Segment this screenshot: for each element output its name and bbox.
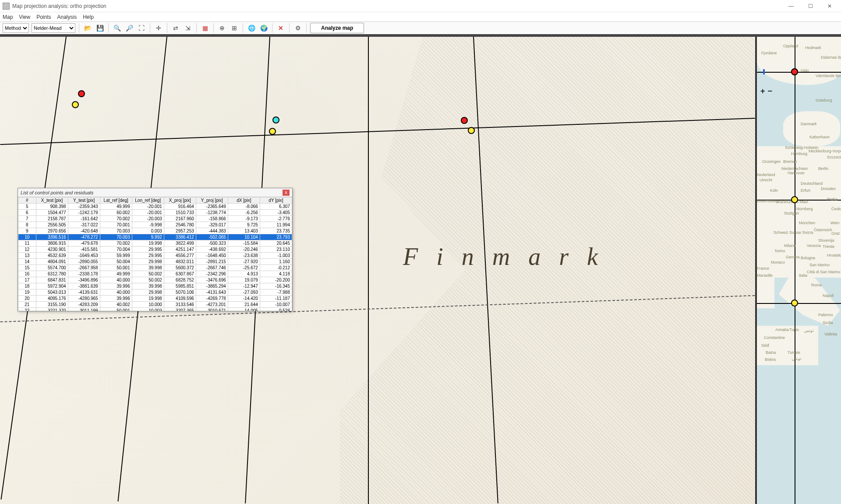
method-select[interactable]: Method M7: [3, 23, 29, 33]
window-maximise-button[interactable]: ☐: [802, 1, 819, 11]
ref-map-label: Nederland: [757, 173, 775, 177]
ref-map-label: Roma: [811, 283, 822, 287]
control-point-cyan[interactable]: [272, 116, 279, 123]
zoom-in-icon[interactable]: 🔍: [112, 23, 122, 33]
ref-map-label: Wien: [830, 221, 840, 225]
table-header[interactable]: dY [pix]: [260, 197, 292, 204]
globe-grid-icon[interactable]: 🌍: [259, 23, 269, 33]
table-icon[interactable]: ▦: [200, 23, 210, 33]
table-cell: -502.065: [196, 234, 228, 240]
table-header[interactable]: #: [18, 197, 36, 204]
link-point-icon[interactable]: ⊕: [217, 23, 227, 33]
table-cell: 4532.639: [36, 253, 68, 259]
menu-points[interactable]: Points: [36, 14, 51, 20]
table-row[interactable]: 103396.516-478.27270.0039.9923386.412-50…: [18, 234, 292, 240]
menu-map[interactable]: Map: [3, 14, 13, 20]
delete-icon[interactable]: ✕: [276, 23, 286, 33]
ref-control-point-yellow[interactable]: [791, 300, 798, 307]
table-row[interactable]: 204095.176-4280.96539.99619.9984109.596-…: [18, 296, 292, 302]
table-cell: 9.992: [132, 234, 164, 240]
analyze-map-button[interactable]: Analyze map: [310, 23, 364, 33]
table-cell: -1648.450: [196, 253, 228, 259]
table-header[interactable]: X_test [pix]: [36, 197, 68, 204]
table-cell: 5043.013: [36, 289, 68, 296]
toolbar-separator: [243, 23, 243, 33]
table-row[interactable]: 124230.901-415.58170.00429.9954251.147-4…: [18, 247, 292, 253]
table-cell: 23.110: [260, 247, 292, 253]
table-header[interactable]: Lat_ref [deg]: [100, 197, 132, 204]
table-row[interactable]: 72158.787-161.64270.002-20.0032167.960-1…: [18, 216, 292, 222]
menu-analysis[interactable]: Analysis: [57, 14, 77, 20]
table-row[interactable]: 61504.477-1242.17960.002-20.0011510.733-…: [18, 210, 292, 216]
save-icon[interactable]: 💾: [95, 23, 105, 33]
window-close-button[interactable]: ✕: [821, 1, 838, 11]
menu-help[interactable]: Help: [83, 14, 94, 20]
zoom-fit-icon[interactable]: ⛶: [137, 23, 146, 33]
table-row[interactable]: 92970.656-420.64870.0030.0032957.253-444…: [18, 228, 292, 234]
table-row[interactable]: 134532.639-1649.45359.99929.9954556.277-…: [18, 253, 292, 259]
table-cell: 13: [18, 253, 36, 259]
ref-map-label: Milano: [784, 243, 796, 248]
table-cell: -438.692: [196, 247, 228, 253]
menu-view[interactable]: View: [19, 14, 30, 20]
move-point-icon[interactable]: ⇄: [171, 23, 180, 33]
window-minimise-button[interactable]: —: [782, 1, 800, 11]
ref-map-label: France: [757, 266, 769, 271]
table-cell: 50.004: [100, 259, 132, 265]
grid-icon[interactable]: ⊞: [230, 23, 239, 33]
toolbar: Method M7 Nelder-Mead 📂 💾 🔍 🔎 ⛶ ✛ ⇄ ⇲ ▦ …: [0, 22, 841, 37]
table-row[interactable]: 82556.505-317.02270.001-9.9982546.780-32…: [18, 222, 292, 228]
control-point-yellow[interactable]: [72, 101, 79, 108]
opacity-slider-handle[interactable]: [763, 69, 765, 74]
ref-map-label: Marseille: [757, 273, 773, 278]
table-row[interactable]: 185972.904-3881.63939.99639.9985985.851-…: [18, 283, 292, 289]
table-row[interactable]: 223221.370-3011.19950.00110.0033207.365-…: [18, 308, 292, 311]
algorithm-select[interactable]: Nelder-Mead: [32, 23, 75, 33]
table-header[interactable]: X_proj [pix]: [164, 197, 196, 204]
zoom-in-button[interactable]: +: [760, 87, 765, 96]
control-point-yellow[interactable]: [269, 128, 276, 135]
table-header[interactable]: Y_test [pix]: [68, 197, 100, 204]
table-cell: -20.001: [132, 204, 164, 210]
control-point-red[interactable]: [461, 117, 468, 124]
table-row[interactable]: 113806.915-479.67870.00219.9983822.499-5…: [18, 240, 292, 247]
table-cell: -20.246: [228, 247, 260, 253]
globe-outline-icon[interactable]: 🌐: [247, 23, 256, 33]
table-row[interactable]: 176847.831-3496.89640.00050.0026828.752-…: [18, 277, 292, 283]
dialog-title-bar[interactable]: List of control points and residuals x: [18, 188, 292, 197]
table-cell: 1510.733: [164, 210, 196, 216]
ref-control-point-red[interactable]: [791, 68, 798, 75]
table-row[interactable]: 144804.091-2890.05550.00429.9984832.011-…: [18, 259, 292, 265]
dialog-close-button[interactable]: x: [283, 190, 290, 196]
gear-icon[interactable]: ⚙: [293, 23, 303, 33]
table-cell: -12.947: [228, 283, 260, 289]
ref-map-label: Hamburg: [791, 152, 807, 156]
control-point-yellow[interactable]: [468, 127, 475, 134]
ref-map-label: تونس: [804, 328, 814, 333]
ref-map-label: Sicilia: [823, 321, 833, 325]
reproject-icon[interactable]: ⇲: [183, 23, 193, 33]
table-row[interactable]: 166312.780-2338.17849.99950.0026307.867-…: [18, 271, 292, 277]
table-cell: -444.383: [196, 228, 228, 234]
ref-control-point-yellow[interactable]: [791, 196, 798, 203]
table-header[interactable]: Y_proj [pix]: [196, 197, 228, 204]
table-header[interactable]: dX [pix]: [228, 197, 260, 204]
add-point-icon[interactable]: ✛: [154, 23, 163, 33]
table-row[interactable]: 213155.190-4283.20940.00210.0003133.546-…: [18, 302, 292, 308]
table-cell: 20.645: [260, 240, 292, 247]
table-cell: 6847.831: [36, 277, 68, 283]
zoom-out-icon[interactable]: 🔎: [124, 23, 134, 33]
table-row[interactable]: 155574.700-2667.95850.00139.9985600.372-…: [18, 265, 292, 271]
residuals-table-wrap[interactable]: #X_test [pix]Y_test [pix]Lat_ref [deg]Lo…: [18, 197, 292, 311]
table-row[interactable]: 195043.013-4139.63140.00029.9985070.106-…: [18, 289, 292, 296]
table-cell: -4273.201: [196, 302, 228, 308]
toolbar-separator: [289, 23, 290, 33]
table-cell: 3806.915: [36, 240, 68, 247]
open-file-icon[interactable]: 📂: [83, 23, 92, 33]
control-point-red[interactable]: [78, 90, 85, 97]
table-row[interactable]: 5908.398-2359.34349.999-20.001916.464-23…: [18, 204, 292, 210]
zoom-out-button[interactable]: −: [768, 87, 773, 96]
reference-map-panel[interactable]: + − FjordaneOpplandHedmarkDalarnas länOs…: [757, 37, 841, 504]
table-header[interactable]: Lon_ref [deg]: [132, 197, 164, 204]
table-cell: -15.584: [228, 240, 260, 247]
